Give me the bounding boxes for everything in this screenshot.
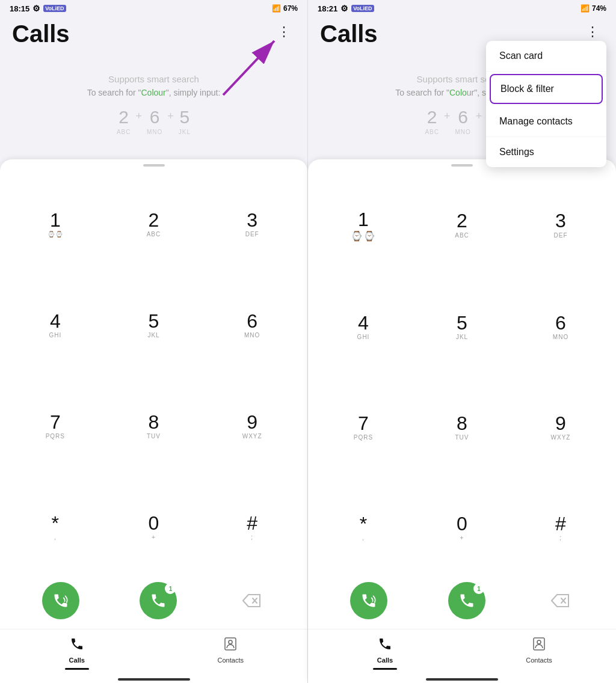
backspace-icon-left xyxy=(242,594,260,607)
calls-nav-icon-left xyxy=(70,637,84,655)
key-3-right[interactable]: 3DEF xyxy=(511,174,610,277)
menu-item-settings[interactable]: Settings xyxy=(486,137,606,167)
call-button-wifi-right[interactable] xyxy=(350,582,387,619)
dialpad-grid-right: 1⌚⌚ 2ABC 3DEF 4GHI 5JKL 6MNO 7PQRS 8TUV … xyxy=(308,174,616,578)
nav-indicator-right xyxy=(373,668,397,670)
smart-search-title-left: Supports smart search xyxy=(12,74,295,84)
key-8-left[interactable]: 8TUV xyxy=(105,376,203,477)
dialpad-sheet-right: 1⌚⌚ 2ABC 3DEF 4GHI 5JKL 6MNO 7PQRS 8TUV … xyxy=(308,159,616,683)
dialpad-sheet-left: 1⌚⌚ 2ABC 3DEF 4GHI 5JKL 6MNO 7PQRS 8TUV … xyxy=(0,159,307,683)
calls-title-left: Calls xyxy=(12,20,70,47)
nav-calls-right[interactable]: Calls xyxy=(308,634,462,672)
call-button-main-right[interactable]: 1 xyxy=(448,582,485,619)
example-digit-2-left: 6 MNO xyxy=(147,107,162,135)
key-9-right[interactable]: 9WXYZ xyxy=(511,378,610,478)
bottom-nav-right: Calls Contacts xyxy=(308,629,616,675)
home-indicator-right xyxy=(426,678,498,681)
smart-search-desc-left: To search for "Colour", simply input: xyxy=(12,88,295,97)
call-wifi-icon-right xyxy=(360,592,377,609)
contacts-nav-icon-left xyxy=(223,637,238,655)
key-5-right[interactable]: 5JKL xyxy=(413,277,511,378)
signal-icon: VoLiED xyxy=(43,5,66,12)
key-2-left[interactable]: 2ABC xyxy=(105,174,203,275)
key-4-right[interactable]: 4GHI xyxy=(314,277,413,378)
desc-highlight-right: Colo xyxy=(449,88,467,97)
status-right: 📶 67% xyxy=(272,4,298,13)
key-3-left[interactable]: 3DEF xyxy=(203,174,301,275)
key-hash-right[interactable]: #; xyxy=(511,478,610,578)
battery-right: 74% xyxy=(592,4,606,13)
svg-point-5 xyxy=(537,640,541,644)
home-indicator-left xyxy=(118,678,190,681)
key-0-right[interactable]: 0+ xyxy=(413,478,511,578)
status-left-right: 18:21 ⚙ VoLiED xyxy=(318,4,374,13)
example-digit-2-right: 6 MNO xyxy=(455,107,470,135)
key-5-left[interactable]: 5JKL xyxy=(105,275,203,376)
status-right-right: 📶 74% xyxy=(581,4,606,13)
desc-prefix-left: To search for " xyxy=(87,88,141,97)
key-hash-left[interactable]: #; xyxy=(203,477,301,578)
nav-calls-left[interactable]: Calls xyxy=(0,634,154,672)
search-example-left: 2 ABC + 6 MNO + 5 JKL xyxy=(12,107,295,135)
more-options-button-right[interactable]: ⋮ xyxy=(581,20,604,43)
key-star-left[interactable]: *, xyxy=(6,477,105,578)
call-button-main-left[interactable]: 1 xyxy=(140,582,177,619)
wifi-icon-right: 📶 xyxy=(581,4,590,13)
nav-contacts-right[interactable]: Contacts xyxy=(462,634,616,672)
menu-item-scan-card[interactable]: Scan card xyxy=(486,41,606,72)
key-0-left[interactable]: 0+ xyxy=(105,477,203,578)
desc-highlight-left: Colour xyxy=(141,88,165,97)
key-1-left[interactable]: 1⌚⌚ xyxy=(6,174,105,275)
left-phone-panel: 18:15 ⚙ VoLiED 📶 67% Calls ⋮ Supports sm… xyxy=(0,0,308,683)
smart-search-area-left: Supports smart search To search for "Col… xyxy=(0,50,307,147)
call-badge-right: 1 xyxy=(473,583,484,594)
dropdown-menu: Scan card Block & filter Manage contacts… xyxy=(486,41,606,167)
dialpad-grid-left: 1⌚⌚ 2ABC 3DEF 4GHI 5JKL 6MNO 7PQRS 8TUV … xyxy=(0,174,307,578)
nav-contacts-left[interactable]: Contacts xyxy=(154,634,308,672)
call-badge-left: 1 xyxy=(165,583,176,594)
key-6-left[interactable]: 6MNO xyxy=(203,275,301,376)
backspace-icon-right xyxy=(551,594,569,607)
svg-point-3 xyxy=(229,640,232,644)
sheet-handle-left xyxy=(143,164,165,167)
plus-2-left: + xyxy=(167,110,174,123)
example-digit-1-right: 2 ABC xyxy=(425,107,439,135)
nav-contacts-label-right: Contacts xyxy=(526,657,552,664)
call-button-wifi-left[interactable] xyxy=(42,582,79,619)
right-phone-panel: 18:21 ⚙ VoLiED 📶 74% Calls ⋮ Scan card B… xyxy=(308,0,616,683)
example-digit-3-left: 5 JKL xyxy=(179,107,191,135)
contacts-nav-icon-right xyxy=(532,637,546,655)
key-star-right[interactable]: *, xyxy=(314,478,413,578)
delete-button-left[interactable] xyxy=(238,590,265,611)
nav-indicator-left xyxy=(65,668,89,670)
delete-button-right[interactable] xyxy=(546,590,574,611)
desc-prefix-right: To search for " xyxy=(395,88,449,97)
status-bar-right: 18:21 ⚙ VoLiED 📶 74% xyxy=(308,0,616,16)
key-7-right[interactable]: 7PQRS xyxy=(314,378,413,478)
key-8-right[interactable]: 8TUV xyxy=(413,378,511,478)
settings-icon: ⚙ xyxy=(32,4,40,13)
status-left: 18:15 ⚙ VoLiED xyxy=(10,4,66,13)
call-icon-left xyxy=(150,592,167,609)
plus-1-left: + xyxy=(135,110,142,123)
nav-contacts-label-left: Contacts xyxy=(218,657,244,664)
dialpad-actions-right: 1 xyxy=(308,578,616,629)
wifi-icon: 📶 xyxy=(272,4,281,13)
menu-item-block-filter[interactable]: Block & filter xyxy=(490,74,603,104)
key-1-right[interactable]: 1⌚⌚ xyxy=(314,174,413,277)
plus-2-right: + xyxy=(476,110,482,123)
nav-calls-label-right: Calls xyxy=(377,657,393,664)
phone-header-left: Calls ⋮ xyxy=(0,16,307,50)
key-7-left[interactable]: 7PQRS xyxy=(6,376,105,477)
key-2-right[interactable]: 2ABC xyxy=(413,174,511,277)
calls-nav-icon-right xyxy=(378,637,392,655)
dialpad-actions-left: 1 xyxy=(0,578,307,629)
time-left: 18:15 xyxy=(10,4,29,13)
key-4-left[interactable]: 4GHI xyxy=(6,275,105,376)
key-9-left[interactable]: 9WXYZ xyxy=(203,376,301,477)
nav-calls-label-left: Calls xyxy=(69,657,85,664)
key-6-right[interactable]: 6MNO xyxy=(511,277,610,378)
menu-item-manage-contacts[interactable]: Manage contacts xyxy=(486,106,606,137)
example-digit-1-left: 2 ABC xyxy=(117,107,131,135)
more-options-button-left[interactable]: ⋮ xyxy=(273,20,295,43)
